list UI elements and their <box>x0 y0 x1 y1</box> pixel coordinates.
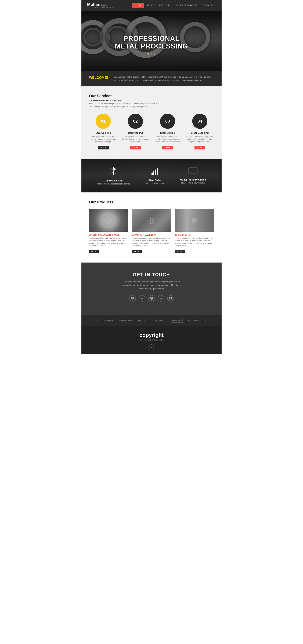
services-subtitle: Understanding steel processing <box>89 99 214 102</box>
service-circle-1: 01 <box>96 114 111 129</box>
facebook-icon[interactable] <box>139 295 145 302</box>
logo: Mullerindustry STEEL PROCESSING SERVICES <box>87 2 115 8</box>
band-title-2: Steel Sales <box>146 179 164 182</box>
service-item-1: 01 SCS Coil line odo digitissimos ducimu… <box>89 114 118 150</box>
product-image-1: ⚙ <box>89 209 128 232</box>
product-more-2[interactable]: MORE <box>132 250 142 253</box>
nav-about[interactable]: ABOUT <box>144 3 156 8</box>
partners-bar: ‹ GABRO INDUSTRIX RAPID DIPLOMAT green F… <box>82 315 222 326</box>
hero-dot-1[interactable] <box>148 53 150 54</box>
partner-green: green <box>171 319 182 322</box>
gear-deco-1: ⚙ <box>89 209 128 232</box>
partner-industrix: INDUSTRIX <box>118 319 132 322</box>
partner-diplomat: DIPLOMAT <box>152 319 165 322</box>
online-icon <box>180 168 206 176</box>
service-more-3[interactable]: MORE <box>162 146 173 150</box>
band-desc-2: From our mills to you <box>146 182 164 184</box>
svg-rect-15 <box>156 168 158 175</box>
footer: copyright Muller © 2014 Privacy policy ▲ <box>82 326 222 354</box>
product-more-1[interactable]: MORE <box>89 250 99 253</box>
hero-section: PROFESSIONAL METAL PROCESSING <box>82 10 222 71</box>
footer-sub: Muller © 2014 Privacy policy <box>85 339 218 341</box>
service-name-1: SCS Coil line <box>89 132 118 134</box>
service-circle-4: 04 <box>192 114 207 129</box>
service-name-3: Steel Slitting <box>154 132 182 134</box>
product-label-3: ELIGENDI OPTIO <box>175 234 214 236</box>
product-more-3[interactable]: MORE <box>175 250 185 253</box>
svg-rect-14 <box>155 170 156 175</box>
social-icons: g+ <box>89 295 214 302</box>
get-in-touch-title: GET IN TOUCH <box>89 272 214 277</box>
get-in-touch-section: GET IN TOUCH Lorem ipsum dolor sit amet,… <box>82 262 222 315</box>
service-desc-4: accusamus et iusto odo digitissimos duci… <box>186 136 214 143</box>
welcome-bar: WELCOME! Our Company is the largest Toll… <box>82 71 222 86</box>
service-item-2: 02 Coil Pickling odo digitissimos ducimu… <box>121 114 150 150</box>
svg-point-1 <box>113 170 114 172</box>
googleplus-icon[interactable]: g+ <box>158 295 164 302</box>
brand-industry: industry <box>100 4 108 6</box>
band-title-3: Muller Industry Online <box>180 178 206 181</box>
svg-line-6 <box>111 168 112 169</box>
nav-products[interactable]: PRODUCTS <box>157 3 173 8</box>
service-circle-2: 02 <box>128 114 143 129</box>
product-desc-1: consectetur adipiscing elit, sed do eius… <box>89 237 128 247</box>
service-more-1[interactable]: MORE <box>98 146 109 150</box>
hero-headline: PROFESSIONAL METAL PROCESSING <box>115 35 188 50</box>
band-desc-3: Total control of your material <box>180 182 206 184</box>
scroll-top-icon: ▲ <box>150 346 153 349</box>
hero-dot-2[interactable] <box>150 53 152 54</box>
coil-deco: ◎ <box>132 209 171 232</box>
nav-contacts[interactable]: CONTACTS <box>200 3 216 8</box>
header: Mullerindustry STEEL PROCESSING SERVICES… <box>82 0 222 10</box>
svg-point-11 <box>115 169 116 170</box>
hero-text: PROFESSIONAL METAL PROCESSING <box>115 35 188 54</box>
band-item-1: Toll Processing Your complete steel proc… <box>97 166 130 185</box>
scroll-to-top[interactable]: ▲ <box>148 344 154 350</box>
get-in-touch-desc: Lorem ipsum dolor sit amet, consectetur … <box>119 280 184 290</box>
service-item-4: 04 Steel Decoiling accusamus et iusto od… <box>186 114 214 150</box>
main-nav: HOME ABOUT PRODUCTS SCOPE OF SERVICES CO… <box>132 3 216 8</box>
service-desc-2: odo digitissimos ducimus qui blanditiis … <box>121 136 150 143</box>
toll-processing-icon <box>97 166 130 177</box>
services-title: Our Services <box>89 94 214 98</box>
band-title-1: Toll Processing <box>97 179 130 182</box>
privacy-policy-link[interactable]: Privacy policy <box>152 339 164 341</box>
github-icon[interactable] <box>167 295 174 302</box>
partner-foower: FOOWER <box>188 319 200 322</box>
twitter-icon[interactable] <box>129 295 136 302</box>
service-more-4[interactable]: MORE <box>194 146 205 150</box>
partners-next[interactable]: › <box>205 319 206 322</box>
svg-rect-13 <box>153 171 154 175</box>
product-label-1: LOREM IPSUM DOLOR SIT AMET <box>89 234 128 236</box>
products-section: Our Products ⚙ LOREM IPSUM DOLOR SIT AME… <box>82 192 222 262</box>
service-desc-3: odo digitissimos ducimus qui blanditiis … <box>154 136 182 143</box>
service-name-4: Steel Decoiling <box>186 132 214 134</box>
product-desc-3: consectetur adipiscing elit, sed do eius… <box>175 237 214 247</box>
brand-name: Muller <box>87 2 100 7</box>
copyright-text: copyright <box>85 332 218 338</box>
product-desc-2: consectetur adipiscing elit, sed do eius… <box>132 237 171 247</box>
steel-sales-icon <box>146 167 164 177</box>
svg-line-9 <box>111 172 112 174</box>
product-image-3: ⊚ <box>175 209 214 232</box>
products-title: Our Products <box>89 200 214 204</box>
product-item-2: ◎ BLANDITIS PRAESENTIUM consectetur adip… <box>132 209 171 253</box>
partners-prev[interactable]: ‹ <box>97 319 98 322</box>
band-desc-1: Your complete steel processing service <box>97 183 130 185</box>
pinterest-icon[interactable] <box>148 295 155 302</box>
welcome-title: WELCOME! <box>89 76 108 80</box>
product-label-2: BLANDITIS PRAESENTIUM <box>132 234 171 236</box>
partner-rapid: RAPID <box>138 319 146 322</box>
brand-tagline: STEEL PROCESSING SERVICES <box>87 7 115 8</box>
hero-dot-3[interactable] <box>154 53 156 54</box>
service-circle-3: 03 <box>160 114 175 129</box>
hero-dots[interactable] <box>115 53 188 54</box>
service-more-2[interactable]: MORE <box>130 146 141 150</box>
dark-band: Toll Processing Your complete steel proc… <box>82 159 222 192</box>
nav-home[interactable]: HOME <box>132 3 144 8</box>
nav-scope[interactable]: SCOPE OF SERVICES <box>174 3 200 8</box>
svg-rect-16 <box>189 168 197 173</box>
service-name-2: Coil Pickling <box>121 132 150 134</box>
service-item-3: 03 Steel Slitting odo digitissimos ducim… <box>154 114 182 150</box>
services-description: Students of steel processing may be inte… <box>89 102 165 108</box>
